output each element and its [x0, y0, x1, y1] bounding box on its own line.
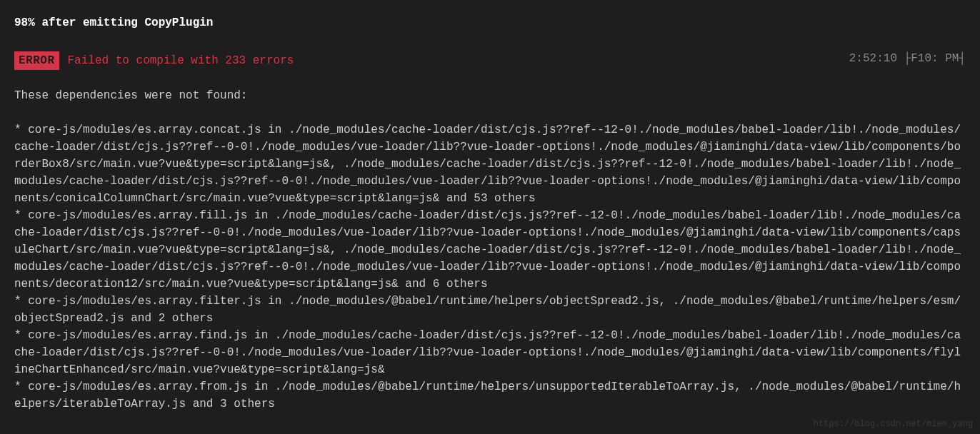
- error-line: ERROR Failed to compile with 233 errors: [14, 51, 966, 70]
- log-line: * core-js/modules/es.array.filter.js in …: [14, 293, 966, 327]
- dependencies-heading: These dependencies were not found:: [14, 87, 966, 104]
- watermark: https://blog.csdn.net/miem_yang: [814, 418, 973, 430]
- log-line: * core-js/modules/es.array.from.js in ./…: [14, 378, 966, 413]
- log-line: * core-js/modules/es.array.fill.js in ./…: [14, 207, 966, 293]
- log-line: * core-js/modules/es.array.concat.js in …: [14, 121, 966, 207]
- build-progress-title: 98% after emitting CopyPlugin: [14, 14, 966, 31]
- timestamp: 2:52:10 ├F10: PM┤: [849, 50, 966, 67]
- log-line: * core-js/modules/es.array.find.js in ./…: [14, 327, 966, 378]
- error-message: Failed to compile with 233 errors: [68, 52, 294, 69]
- log-body: * core-js/modules/es.array.concat.js in …: [14, 121, 966, 413]
- error-badge: ERROR: [14, 51, 59, 70]
